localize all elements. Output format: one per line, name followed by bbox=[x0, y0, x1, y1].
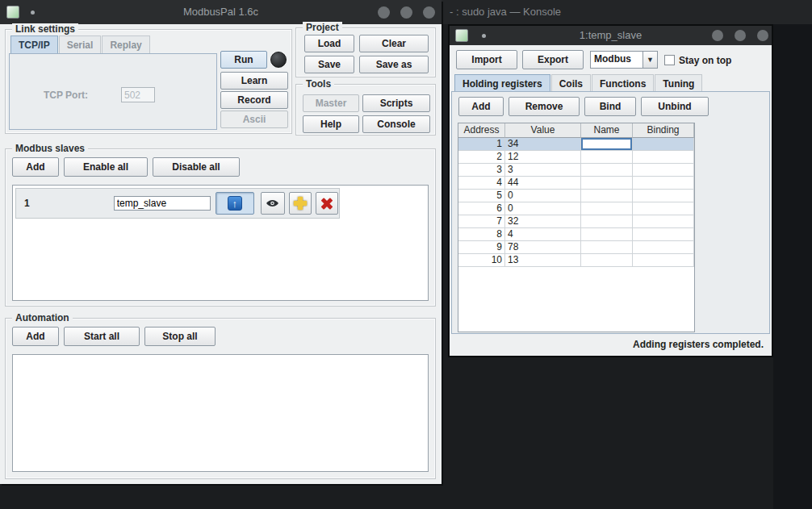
table-row[interactable]: 9 78 bbox=[458, 241, 694, 254]
remove-register-button[interactable]: Remove bbox=[509, 97, 580, 116]
address-column-header[interactable]: Address bbox=[458, 123, 505, 138]
value-cell[interactable]: 4 bbox=[505, 228, 581, 241]
value-cell[interactable]: 44 bbox=[505, 177, 581, 190]
disable-all-button[interactable]: Disable all bbox=[153, 157, 240, 177]
address-cell[interactable]: 3 bbox=[458, 164, 505, 177]
value-cell[interactable]: 32 bbox=[505, 215, 581, 228]
name-cell[interactable] bbox=[581, 151, 633, 164]
name-cell[interactable] bbox=[581, 177, 633, 190]
name-cell[interactable] bbox=[581, 138, 633, 151]
record-button[interactable]: Record bbox=[220, 91, 288, 109]
enable-all-button[interactable]: Enable all bbox=[64, 157, 148, 177]
tcp-port-input[interactable] bbox=[121, 87, 155, 102]
import-button[interactable]: Import bbox=[456, 50, 517, 69]
value-cell[interactable]: 34 bbox=[505, 138, 581, 151]
tab-coils[interactable]: Coils bbox=[551, 74, 591, 92]
binding-cell[interactable] bbox=[633, 202, 694, 215]
tab-tuning[interactable]: Tuning bbox=[655, 74, 702, 92]
value-cell[interactable]: 78 bbox=[505, 241, 581, 254]
binding-cell[interactable] bbox=[633, 241, 694, 254]
name-column-header[interactable]: Name bbox=[581, 123, 633, 138]
save-button[interactable]: Save bbox=[304, 56, 354, 73]
binding-cell[interactable] bbox=[633, 151, 694, 164]
value-cell[interactable]: 12 bbox=[505, 151, 581, 164]
name-cell[interactable] bbox=[581, 190, 633, 202]
stay-on-top-checkbox[interactable] bbox=[664, 55, 675, 65]
address-cell[interactable]: 9 bbox=[458, 241, 505, 254]
tab-replay[interactable]: Replay bbox=[102, 35, 149, 53]
tab-tcpip[interactable]: TCP/IP bbox=[10, 35, 58, 53]
table-row[interactable]: 2 12 bbox=[458, 151, 694, 164]
open-slave-editor-button[interactable]: ↑ bbox=[216, 192, 254, 215]
start-all-button[interactable]: Start all bbox=[64, 327, 140, 346]
name-cell[interactable] bbox=[581, 241, 633, 254]
table-row[interactable]: 4 44 bbox=[458, 177, 694, 190]
protocol-combobox[interactable]: Modbus ▼ bbox=[590, 51, 658, 69]
binding-column-header[interactable]: Binding bbox=[633, 123, 694, 138]
window-control-button[interactable] bbox=[400, 6, 412, 19]
name-cell[interactable] bbox=[581, 215, 633, 228]
export-button[interactable]: Export bbox=[522, 50, 584, 69]
clear-button[interactable]: Clear bbox=[359, 35, 429, 52]
toggle-slave-enabled-button[interactable] bbox=[261, 192, 285, 215]
table-row[interactable]: 8 4 bbox=[458, 228, 694, 241]
window-control-button[interactable] bbox=[712, 30, 723, 41]
window-control-button[interactable] bbox=[423, 6, 435, 19]
name-cell[interactable] bbox=[581, 254, 633, 267]
tab-serial[interactable]: Serial bbox=[59, 35, 102, 53]
address-cell[interactable]: 8 bbox=[458, 228, 505, 241]
value-column-header[interactable]: Value bbox=[505, 123, 581, 138]
bind-button[interactable]: Bind bbox=[584, 97, 636, 116]
unbind-button[interactable]: Unbind bbox=[641, 97, 709, 116]
add-slave-button[interactable]: Add bbox=[12, 157, 59, 177]
slave-name-input[interactable] bbox=[114, 196, 211, 211]
table-row[interactable]: 7 32 bbox=[458, 215, 694, 228]
binding-cell[interactable] bbox=[633, 177, 694, 190]
delete-slave-button[interactable] bbox=[316, 192, 338, 215]
table-row[interactable]: 5 0 bbox=[458, 190, 694, 202]
window-control-button[interactable] bbox=[378, 6, 390, 19]
window-control-button[interactable] bbox=[757, 30, 768, 41]
address-cell[interactable]: 6 bbox=[458, 202, 505, 215]
window-control-button[interactable] bbox=[735, 30, 746, 41]
learn-button[interactable]: Learn bbox=[220, 72, 288, 90]
stop-all-button[interactable]: Stop all bbox=[144, 327, 216, 346]
binding-cell[interactable] bbox=[633, 190, 694, 202]
table-row[interactable]: 10 13 bbox=[458, 254, 694, 267]
load-button[interactable]: Load bbox=[304, 35, 354, 52]
tab-holding-registers[interactable]: Holding registers bbox=[454, 74, 550, 92]
add-register-button[interactable]: Add bbox=[458, 97, 504, 116]
tab-functions[interactable]: Functions bbox=[592, 74, 654, 92]
table-row[interactable]: 1 34 bbox=[458, 138, 694, 151]
run-button[interactable]: Run bbox=[220, 51, 267, 69]
save-as-button[interactable]: Save as bbox=[359, 56, 429, 73]
address-cell[interactable]: 1 bbox=[458, 138, 505, 151]
scripts-button[interactable]: Scripts bbox=[362, 94, 430, 112]
help-button[interactable]: Help bbox=[303, 115, 359, 133]
add-automation-button[interactable]: Add bbox=[12, 327, 59, 346]
address-cell[interactable]: 7 bbox=[458, 215, 505, 228]
value-cell[interactable]: 13 bbox=[505, 254, 581, 267]
name-cell[interactable] bbox=[581, 164, 633, 177]
address-cell[interactable]: 10 bbox=[458, 254, 505, 267]
address-cell[interactable]: 5 bbox=[458, 190, 505, 202]
console-button[interactable]: Console bbox=[362, 115, 430, 133]
binding-cell[interactable] bbox=[633, 164, 694, 177]
chevron-down-icon[interactable]: ▼ bbox=[642, 52, 657, 68]
slave-window-titlebar[interactable]: 1:temp_slave bbox=[450, 26, 772, 45]
name-cell[interactable] bbox=[581, 202, 633, 215]
address-cell[interactable]: 2 bbox=[458, 151, 505, 164]
main-window-titlebar[interactable]: ModbusPal 1.6c bbox=[0, 0, 442, 24]
value-cell[interactable]: 0 bbox=[505, 202, 581, 215]
binding-cell[interactable] bbox=[633, 215, 694, 228]
binding-cell[interactable] bbox=[633, 254, 694, 267]
table-row[interactable]: 6 0 bbox=[458, 202, 694, 215]
binding-cell[interactable] bbox=[633, 138, 694, 151]
address-cell[interactable]: 4 bbox=[458, 177, 505, 190]
table-row[interactable]: 3 3 bbox=[458, 164, 694, 177]
value-cell[interactable]: 0 bbox=[505, 190, 581, 202]
slave-row[interactable]: 1 ↑ bbox=[15, 188, 340, 219]
konsole-titlebar[interactable]: - : sudo java — Konsole bbox=[442, 0, 812, 24]
binding-cell[interactable] bbox=[633, 228, 694, 241]
name-cell[interactable] bbox=[581, 228, 633, 241]
